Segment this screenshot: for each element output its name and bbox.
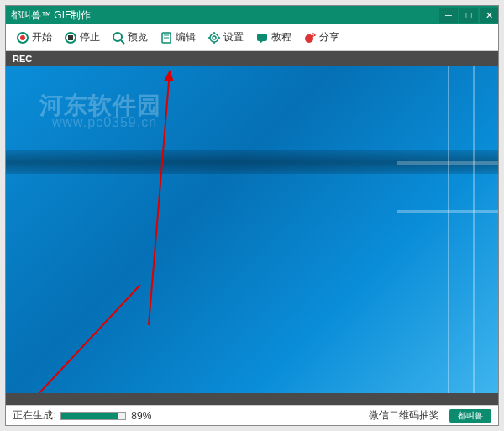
share-button[interactable]: 分享 (298, 28, 344, 47)
svg-rect-3 (68, 35, 73, 40)
edit-button[interactable]: 编辑 (155, 28, 201, 47)
record-icon (16, 31, 29, 45)
start-button[interactable]: 开始 (11, 28, 57, 47)
chat-icon (255, 31, 269, 45)
share-label: 分享 (319, 30, 339, 45)
tutorial-label: 教程 (271, 30, 291, 45)
start-label: 开始 (32, 30, 52, 45)
percent-text: 89% (131, 410, 151, 422)
stop-icon (64, 31, 77, 45)
gear-icon (207, 31, 221, 45)
watermark-url: www.pc0359.cn (52, 115, 157, 130)
generating-label: 正在生成: (13, 408, 55, 423)
toolbar: 开始 停止 预览 编辑 设置 (6, 24, 498, 51)
window-title: 都叫兽™ GIF制作 (11, 8, 91, 23)
preview-label: 预览 (128, 30, 148, 45)
stop-button[interactable]: 停止 (59, 28, 105, 47)
statusbar: 正在生成: 89% 微信二维码抽奖 都叫兽 (6, 405, 498, 425)
svg-line-17 (149, 71, 170, 325)
annotation-arrow-top (98, 66, 199, 334)
rec-label: REC (13, 54, 32, 64)
progress-section: 正在生成: 89% (13, 408, 151, 423)
watermark-text: 河东软件园 (39, 90, 161, 122)
stop-label: 停止 (80, 30, 100, 45)
weibo-icon (303, 31, 317, 45)
preview-button[interactable]: 预览 (107, 28, 153, 47)
svg-line-18 (23, 285, 140, 393)
minimize-button[interactable]: ─ (439, 8, 458, 23)
close-button[interactable]: ✕ (480, 8, 498, 23)
svg-line-5 (121, 40, 124, 44)
titlebar: 都叫兽™ GIF制作 ─ □ ✕ (6, 6, 498, 24)
tutorial-button[interactable]: 教程 (250, 28, 297, 47)
settings-label: 设置 (223, 30, 244, 45)
svg-point-9 (210, 34, 218, 42)
rec-indicator-bar: REC (6, 51, 498, 66)
maximize-button[interactable]: □ (459, 8, 478, 23)
app-window: 都叫兽™ GIF制作 ─ □ ✕ 开始 停止 预览 (5, 5, 499, 426)
svg-point-1 (20, 35, 25, 40)
svg-point-4 (113, 33, 122, 41)
preview-area: 河东软件园 www.pc0359.cn (6, 66, 498, 393)
brand-badge[interactable]: 都叫兽 (449, 409, 491, 423)
svg-point-10 (213, 36, 216, 39)
settings-button[interactable]: 设置 (202, 28, 249, 47)
preview-bottom-frame (6, 393, 498, 405)
wechat-qr-link[interactable]: 微信二维码抽奖 (364, 408, 444, 423)
progress-bar (60, 412, 126, 420)
edit-label: 编辑 (176, 30, 196, 45)
edit-icon (160, 31, 173, 45)
progress-fill (61, 413, 118, 419)
svg-rect-15 (257, 34, 267, 41)
search-icon (112, 31, 125, 45)
annotation-arrow-bottom (6, 276, 149, 393)
